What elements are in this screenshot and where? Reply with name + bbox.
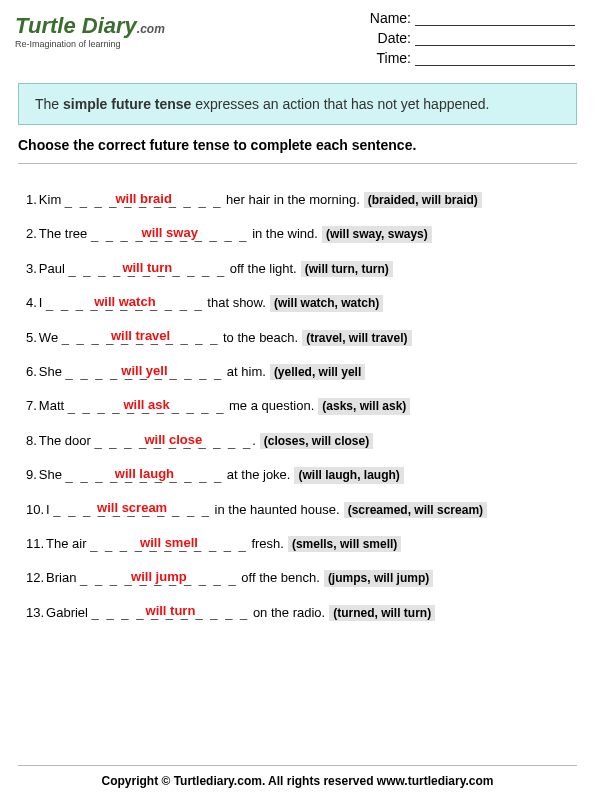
- answer-blank[interactable]: _ _ _ _ _ _ _ _ _ _ _will sway: [91, 227, 249, 243]
- question-options: (will turn, turn): [301, 261, 393, 277]
- answer-blank[interactable]: _ _ _ _ _ _ _ _ _ _ _will jump: [80, 571, 238, 587]
- meta-block: Name: Date: Time:: [370, 10, 575, 70]
- answer-text: will scream: [53, 500, 211, 516]
- answer-blank[interactable]: _ _ _ _ _ _ _ _ _ _ _will smell: [90, 537, 248, 553]
- question-before: Brian: [46, 570, 80, 585]
- question-row: 12.Brian _ _ _ _ _ _ _ _ _ _ _will jump …: [26, 570, 573, 586]
- answer-blank[interactable]: _ _ _ _ _ _ _ _ _ _ _will travel: [62, 330, 220, 346]
- question-before: Paul: [39, 261, 69, 276]
- answer-text: will close: [95, 432, 253, 448]
- question-options: (will laugh, laugh): [294, 467, 403, 483]
- question-options: (turned, will turn): [329, 605, 435, 621]
- info-box: The simple future tense expresses an act…: [18, 83, 577, 125]
- questions-list: 1.Kim _ _ _ _ _ _ _ _ _ _ _will braid he…: [0, 168, 595, 621]
- answer-text: will braid: [65, 191, 223, 207]
- question-before: Matt: [39, 398, 68, 413]
- name-input-line[interactable]: [415, 12, 575, 26]
- time-input-line[interactable]: [415, 52, 575, 66]
- question-row: 5.We _ _ _ _ _ _ _ _ _ _ _will travel to…: [26, 330, 573, 346]
- question-before: She: [39, 467, 66, 482]
- answer-blank[interactable]: _ _ _ _ _ _ _ _ _ _ _will scream: [53, 502, 211, 518]
- answer-text: will turn: [68, 260, 226, 276]
- question-after: at the joke.: [223, 467, 290, 482]
- answer-blank[interactable]: _ _ _ _ _ _ _ _ _ _ _will turn: [68, 262, 226, 278]
- question-before: Gabriel: [46, 605, 92, 620]
- name-label: Name:: [370, 10, 411, 26]
- footer: Copyright © Turtlediary.com. All rights …: [0, 765, 595, 788]
- question-number: 4.: [26, 295, 37, 310]
- question-number: 11.: [26, 536, 44, 551]
- answer-text: will smell: [90, 535, 248, 551]
- question-after: that show.: [204, 295, 266, 310]
- answer-blank[interactable]: _ _ _ _ _ _ _ _ _ _ _will ask: [68, 399, 226, 415]
- question-after: in the haunted house.: [211, 502, 340, 517]
- question-number: 10.: [26, 502, 44, 517]
- answer-blank[interactable]: _ _ _ _ _ _ _ _ _ _ _will laugh: [66, 468, 224, 484]
- logo-dotcom: .com: [137, 22, 165, 36]
- logo-main: Turtle Diary: [15, 13, 137, 38]
- answer-blank[interactable]: _ _ _ _ _ _ _ _ _ _ _will turn: [92, 605, 250, 621]
- answer-blank[interactable]: _ _ _ _ _ _ _ _ _ _ _will watch: [46, 296, 204, 312]
- answer-text: will yell: [66, 363, 224, 379]
- footer-text: Copyright © Turtlediary.com. All rights …: [101, 774, 493, 788]
- answer-text: will watch: [46, 294, 204, 310]
- question-options: (braided, will braid): [364, 192, 482, 208]
- question-row: 6.She _ _ _ _ _ _ _ _ _ _ _will yell at …: [26, 364, 573, 380]
- answer-text: will travel: [62, 328, 220, 344]
- question-options: (screamed, will scream): [344, 502, 487, 518]
- question-row: 9.She _ _ _ _ _ _ _ _ _ _ _will laugh at…: [26, 467, 573, 483]
- question-before: The tree: [39, 226, 91, 241]
- question-after: in the wind.: [249, 226, 318, 241]
- question-number: 8.: [26, 433, 37, 448]
- question-number: 12.: [26, 570, 44, 585]
- question-before: She: [39, 364, 66, 379]
- logo-tagline: Re-Imagination of learning: [15, 39, 165, 49]
- question-row: 11.The air _ _ _ _ _ _ _ _ _ _ _will sme…: [26, 536, 573, 552]
- answer-text: will sway: [91, 225, 249, 241]
- question-number: 2.: [26, 226, 37, 241]
- question-options: (asks, will ask): [318, 398, 410, 414]
- header: Turtle Diary.com Re-Imagination of learn…: [0, 0, 595, 75]
- question-after: on the radio.: [249, 605, 325, 620]
- question-number: 3.: [26, 261, 37, 276]
- question-after: to the beach.: [219, 330, 298, 345]
- info-post: expresses an action that has not yet hap…: [191, 96, 489, 112]
- question-after: fresh.: [248, 536, 284, 551]
- question-before: The air: [46, 536, 90, 551]
- answer-text: will laugh: [66, 466, 224, 482]
- date-input-line[interactable]: [415, 32, 575, 46]
- question-row: 2.The tree _ _ _ _ _ _ _ _ _ _ _will swa…: [26, 226, 573, 242]
- question-number: 9.: [26, 467, 37, 482]
- question-number: 13.: [26, 605, 44, 620]
- question-options: (jumps, will jump): [324, 570, 433, 586]
- question-options: (will watch, watch): [270, 295, 383, 311]
- question-before: We: [39, 330, 62, 345]
- answer-blank[interactable]: _ _ _ _ _ _ _ _ _ _ _will yell: [66, 365, 224, 381]
- question-before: Kim: [39, 192, 65, 207]
- question-options: (will sway, sways): [322, 226, 432, 242]
- question-row: 13.Gabriel _ _ _ _ _ _ _ _ _ _ _will tur…: [26, 605, 573, 621]
- info-pre: The: [35, 96, 63, 112]
- question-row: 7.Matt _ _ _ _ _ _ _ _ _ _ _will ask me …: [26, 398, 573, 414]
- date-label: Date:: [378, 30, 411, 46]
- answer-blank[interactable]: _ _ _ _ _ _ _ _ _ _ _will braid: [65, 193, 223, 209]
- question-before: I: [39, 295, 46, 310]
- instruction-text: Choose the correct future tense to compl…: [18, 137, 577, 164]
- question-number: 7.: [26, 398, 37, 413]
- question-number: 5.: [26, 330, 37, 345]
- question-options: (travel, will travel): [302, 330, 411, 346]
- question-number: 1.: [26, 192, 37, 207]
- question-number: 6.: [26, 364, 37, 379]
- question-after: .: [252, 433, 256, 448]
- question-after: her hair in the morning.: [223, 192, 360, 207]
- answer-blank[interactable]: _ _ _ _ _ _ _ _ _ _ _will close: [95, 434, 253, 450]
- time-label: Time:: [377, 50, 411, 66]
- question-options: (yelled, will yell: [270, 364, 365, 380]
- question-row: 10.I _ _ _ _ _ _ _ _ _ _ _will scream in…: [26, 502, 573, 518]
- answer-text: will jump: [80, 569, 238, 585]
- question-row: 3.Paul _ _ _ _ _ _ _ _ _ _ _will turn of…: [26, 261, 573, 277]
- question-after: me a question.: [225, 398, 314, 413]
- question-after: at him.: [223, 364, 266, 379]
- answer-text: will ask: [68, 397, 226, 413]
- answer-text: will turn: [92, 603, 250, 619]
